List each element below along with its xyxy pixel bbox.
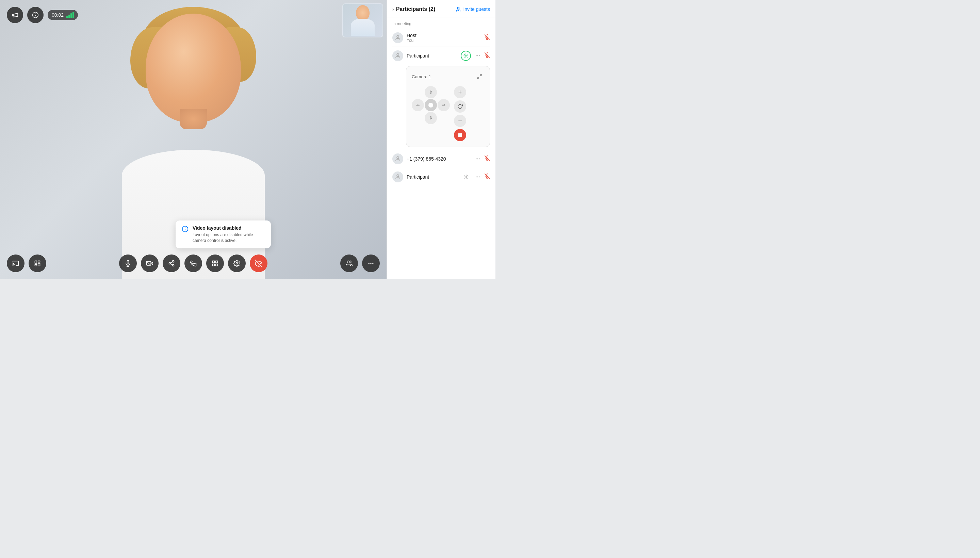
grid-button[interactable]: [206, 254, 224, 272]
settings-button[interactable]: [228, 254, 246, 272]
svg-line-47: [478, 77, 479, 79]
toast-title: Video layout disabled: [193, 225, 265, 231]
ptz-right-button[interactable]: ⇨: [438, 99, 450, 111]
invite-guests-button[interactable]: Invite guests: [456, 7, 490, 12]
zoom-add-button[interactable]: +: [454, 86, 466, 98]
svg-point-49: [397, 156, 399, 159]
phone-number: +1 (379) 865-4320: [407, 156, 469, 162]
phone-actions: [473, 154, 490, 164]
svg-rect-48: [458, 133, 462, 137]
zoom-stop-button[interactable]: [454, 129, 466, 141]
host-subtitle: You: [407, 38, 481, 43]
svg-line-16: [171, 264, 172, 265]
more-options-button-2[interactable]: [473, 172, 483, 182]
participant-row-1: Participant: [387, 47, 496, 65]
more-options-button-phone[interactable]: [473, 154, 483, 164]
svg-point-50: [478, 159, 478, 159]
timer-display: 00:02: [48, 10, 78, 20]
svg-line-12: [147, 261, 151, 265]
mute-button[interactable]: [119, 254, 137, 272]
participant-2-mic-icon: [484, 174, 490, 181]
signal-bars: [66, 12, 74, 18]
participant-2-info: Participant: [407, 174, 458, 180]
svg-line-46: [480, 74, 481, 76]
ptz-control-button-1[interactable]: [461, 51, 471, 61]
ptz-center: [425, 99, 437, 111]
video-area: 00:02: [0, 0, 387, 279]
svg-point-59: [479, 177, 479, 177]
video-button[interactable]: [141, 254, 159, 272]
zoom-reset-button[interactable]: [454, 100, 466, 113]
ptz-control-button-2[interactable]: [461, 172, 471, 182]
chevron-right-icon[interactable]: ›: [392, 7, 394, 12]
more-options-button-1[interactable]: [473, 51, 483, 61]
svg-point-58: [478, 177, 478, 177]
svg-point-51: [479, 159, 479, 159]
participant-1-actions: [461, 51, 490, 61]
phone-info: +1 (379) 865-4320: [407, 156, 469, 162]
svg-point-56: [397, 174, 399, 177]
zoom-row-top: +: [454, 86, 466, 113]
participant-1-avatar: [392, 50, 403, 61]
svg-rect-20: [216, 264, 218, 266]
participant-2-name: Participant: [407, 174, 458, 180]
phone-mic-icon: [484, 156, 490, 162]
end-call-button[interactable]: [250, 254, 268, 272]
timer-value: 00:02: [52, 12, 64, 18]
svg-point-31: [458, 7, 460, 9]
toast-message: Layout options are disabled while camera…: [193, 232, 265, 244]
top-bar: 00:02: [7, 7, 78, 23]
participant-row-2: Participant: [387, 168, 496, 186]
ptz-center-dot: [428, 103, 433, 108]
phone-avatar: [392, 153, 403, 164]
camera-expand-button[interactable]: [475, 72, 484, 81]
svg-rect-18: [213, 261, 215, 263]
notification-toast: Video layout disabled Layout options are…: [176, 220, 271, 248]
svg-line-17: [171, 262, 172, 263]
thumbnail-video: [342, 3, 383, 38]
invite-guests-label: Invite guests: [463, 7, 490, 12]
host-name: Host: [407, 33, 481, 38]
participants-sidebar: › Participants (2) Invite guests In meet…: [387, 0, 496, 279]
svg-point-22: [236, 263, 238, 264]
svg-point-34: [397, 35, 399, 38]
svg-point-57: [466, 176, 467, 177]
participant-2-avatar: [392, 171, 403, 182]
zoom-minus-button[interactable]: −: [454, 115, 466, 127]
participants-title: › Participants (2): [392, 6, 435, 12]
person-neck: [180, 109, 207, 129]
ptz-directional-controls: ⇧ ⇦ ⇨ ⇩: [412, 86, 450, 141]
share-button[interactable]: [163, 254, 181, 272]
camera-panel-title: Camera 1: [412, 74, 431, 79]
svg-point-42: [476, 56, 476, 56]
in-meeting-label: In meeting: [387, 17, 496, 29]
participant-2-actions: [461, 172, 490, 182]
sidebar-header: › Participants (2) Invite guests: [387, 0, 496, 17]
camera-controls: ⇧ ⇦ ⇨ ⇩ +: [412, 86, 484, 141]
ptz-up-button[interactable]: ⇧: [425, 86, 437, 98]
ptz-down-button[interactable]: ⇩: [425, 112, 437, 124]
host-avatar: [392, 32, 403, 43]
camera-control-panel: Camera 1 ⇧ ⇦: [406, 66, 490, 147]
ptz-middle-row: ⇦ ⇨: [412, 99, 450, 111]
zoom-row-bottom: −: [454, 115, 466, 141]
ptz-top-row: ⇧: [425, 86, 437, 98]
svg-marker-10: [151, 262, 153, 265]
participant-row-host: Host You: [387, 29, 496, 47]
camera-panel-header: Camera 1: [412, 72, 484, 81]
info-button[interactable]: [27, 7, 44, 23]
participant-row-phone: +1 (379) 865-4320: [387, 150, 496, 168]
participant-1-mic-icon: [484, 53, 490, 59]
host-mic-icon: [484, 34, 490, 41]
ptz-left-button[interactable]: ⇦: [412, 99, 424, 111]
svg-point-60: [476, 177, 476, 177]
announce-button[interactable]: [7, 7, 23, 23]
svg-point-41: [479, 56, 479, 56]
participants-count: Participants (2): [396, 6, 435, 12]
phone-button[interactable]: [184, 254, 202, 272]
zoom-controls: + −: [454, 86, 466, 141]
ptz-bottom-row: ⇩: [425, 112, 437, 124]
svg-point-40: [478, 56, 478, 56]
svg-point-39: [465, 55, 466, 56]
svg-rect-19: [216, 261, 218, 263]
